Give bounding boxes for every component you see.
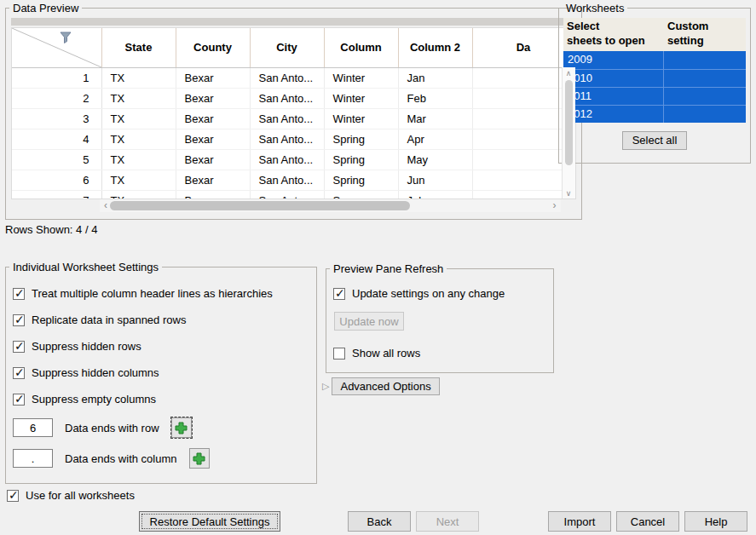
row-number-cell[interactable]: 3 [12,108,101,129]
vertical-scrollbar[interactable]: ∧ ∨ [562,67,575,199]
cell-county[interactable]: Bexar [176,88,250,108]
cell-state[interactable]: TX [101,149,176,170]
column-header-city[interactable]: City [250,28,324,67]
replicate-spanned-checkbox[interactable] [13,314,25,326]
worksheet-row-2009[interactable]: 2009 [563,51,746,69]
cell-state[interactable]: TX [101,67,176,88]
cell-data[interactable] [472,170,574,190]
disclosure-triangle-icon[interactable]: ▷ [322,381,329,392]
use-for-all-worksheets-setting: Use for all worksheets [7,487,135,503]
option-show-all-rows: Show all rows [333,345,553,361]
cell-column[interactable]: Winter [324,108,398,129]
cell-city[interactable]: San Anto... [250,129,324,149]
cell-column[interactable]: Winter [324,67,398,88]
suppress-hidden-columns-checkbox[interactable] [13,367,25,379]
worksheet-row-2012[interactable]: 2012 [563,105,746,123]
scroll-up-icon[interactable]: ∧ [563,68,575,79]
update-on-change-checkbox[interactable] [333,288,345,300]
row-number-cell[interactable]: 1 [12,67,101,88]
row-number-cell[interactable]: 7 [12,190,101,199]
cell-county[interactable]: Bexar [176,149,250,170]
cell-county[interactable]: Bexar [176,190,250,199]
advanced-options-button[interactable]: Advanced Options [332,377,439,395]
restore-default-settings-button[interactable]: Restore Default Settings [139,511,280,532]
row-number-cell[interactable]: 4 [12,129,101,149]
worksheet-name[interactable]: 2012 [563,106,664,123]
cell-city[interactable]: San Anto... [250,88,324,108]
cell-city[interactable]: San Anto... [250,190,324,199]
header-row: State County City Column Column 2 Da [12,28,574,67]
cell-county[interactable]: Bexar [176,108,250,129]
select-all-button[interactable]: Select all [622,131,687,150]
cell-column[interactable]: Winter [324,88,398,108]
scroll-right-icon[interactable]: › [551,199,559,212]
add-column-end-button[interactable] [189,448,210,469]
cell-column2[interactable]: Mar [398,108,472,129]
vertical-scrollbar-thumb[interactable] [565,80,573,165]
individual-worksheet-settings-group: Individual Worksheet Settings Treat mult… [5,261,317,484]
cell-column2[interactable]: May [398,149,472,170]
suppress-hidden-rows-checkbox[interactable] [13,341,25,353]
row-number-cell[interactable]: 6 [12,170,101,190]
data-ends-column-input[interactable] [13,449,53,468]
help-button[interactable]: Help [684,511,747,532]
use-for-all-worksheets-checkbox[interactable] [7,490,19,502]
table-row: 3 TX Bexar San Anto... Winter Mar [12,108,574,129]
back-button[interactable]: Back [348,511,411,532]
cell-column[interactable]: Spring [324,170,398,190]
scroll-down-icon[interactable]: ∨ [563,188,575,199]
cell-column2[interactable]: Apr [398,129,472,149]
update-now-button[interactable]: Update now [334,312,404,331]
cell-column2[interactable]: Feb [398,88,472,108]
data-ends-row-input[interactable] [13,418,53,437]
cancel-button[interactable]: Cancel [616,511,679,532]
cell-city[interactable]: San Anto... [250,67,324,88]
cell-column[interactable]: Summer [324,190,398,199]
worksheet-custom-setting[interactable] [664,51,746,69]
cell-state[interactable]: TX [101,88,176,108]
show-all-rows-checkbox[interactable] [333,348,345,360]
cell-column2[interactable]: Jul [398,190,472,199]
horizontal-scrollbar[interactable]: ‹ › [100,199,561,212]
cell-data[interactable] [472,190,574,199]
import-button[interactable]: Import [548,511,611,532]
cell-column2[interactable]: Jun [398,170,472,190]
cell-city[interactable]: San Anto... [250,108,324,129]
suppress-empty-columns-checkbox[interactable] [13,394,25,406]
worksheet-custom-setting[interactable] [664,88,746,105]
cell-state[interactable]: TX [101,190,176,199]
cell-state[interactable]: TX [101,170,176,190]
cell-column2[interactable]: Jan [398,67,472,88]
cell-state[interactable]: TX [101,129,176,149]
cell-county[interactable]: Bexar [176,170,250,190]
cell-column[interactable]: Spring [324,149,398,170]
row-number-cell[interactable]: 5 [12,149,101,170]
column-header-column2[interactable]: Column 2 [398,28,472,67]
add-row-end-button[interactable] [171,417,192,438]
cell-city[interactable]: San Anto... [250,149,324,170]
option-update-on-change: Update settings on any change [333,285,553,302]
worksheet-name[interactable]: 2010 [563,70,664,87]
worksheet-custom-setting[interactable] [664,106,746,123]
cell-county[interactable]: Bexar [176,129,250,149]
worksheet-row-2011[interactable]: 2011 [563,87,746,105]
data-ends-with-column-setting: Data ends with column [13,448,316,469]
table-row: 5 TX Bexar San Anto... Spring May [12,149,574,170]
column-header-column[interactable]: Column [324,28,398,67]
worksheet-row-2010[interactable]: 2010 [563,69,746,87]
column-header-state[interactable]: State [101,28,176,67]
scroll-left-icon[interactable]: ‹ [101,199,110,212]
treat-hierarchies-checkbox[interactable] [13,288,25,300]
cell-county[interactable]: Bexar [176,67,250,88]
next-button[interactable]: Next [416,511,479,532]
column-header-county[interactable]: County [176,28,250,67]
option-label: Suppress hidden rows [32,340,141,353]
cell-city[interactable]: San Anto... [250,170,324,190]
worksheet-custom-setting[interactable] [664,70,746,87]
horizontal-scrollbar-thumb[interactable] [110,201,410,210]
row-number-cell[interactable]: 2 [12,88,101,108]
worksheet-name[interactable]: 2011 [563,88,664,105]
cell-column[interactable]: Spring [324,129,398,149]
cell-state[interactable]: TX [101,108,176,129]
worksheet-name[interactable]: 2009 [563,51,664,69]
